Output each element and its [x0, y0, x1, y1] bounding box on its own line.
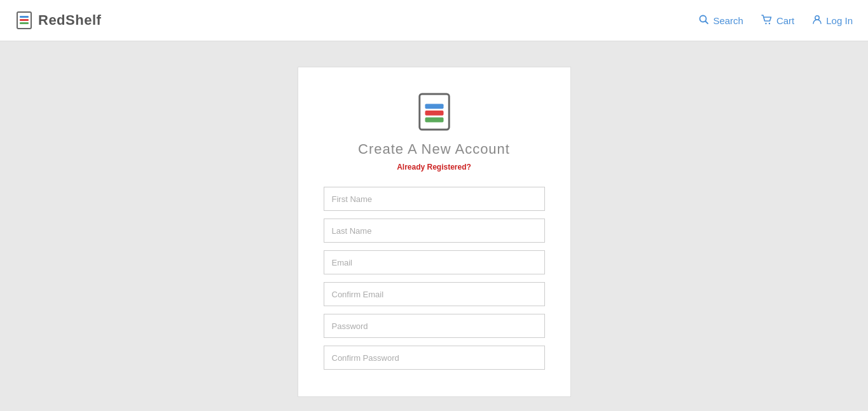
navbar-right: Search Cart Log In [699, 15, 853, 27]
search-nav-item[interactable]: Search [699, 15, 743, 27]
svg-rect-11 [425, 111, 443, 116]
main-content: Create A New Account Already Registered? [0, 41, 868, 411]
search-icon [699, 15, 709, 27]
password-group [324, 314, 545, 338]
cart-icon [761, 15, 773, 27]
registration-card: Create A New Account Already Registered? [298, 67, 571, 397]
confirm-email-input[interactable] [324, 282, 545, 306]
svg-rect-10 [425, 104, 443, 109]
user-icon [812, 15, 822, 27]
cart-label: Cart [776, 15, 794, 26]
login-nav-item[interactable]: Log In [812, 15, 853, 27]
registration-form [324, 187, 545, 370]
navbar: RedShelf Search Cart [0, 0, 868, 41]
confirm-email-group [324, 282, 545, 306]
brand-name: RedShelf [38, 12, 101, 29]
confirm-password-input[interactable] [324, 346, 545, 370]
svg-rect-12 [425, 118, 443, 123]
logo-icon [417, 93, 452, 131]
search-label: Search [713, 15, 743, 26]
password-input[interactable] [324, 314, 545, 338]
cart-nav-item[interactable]: Cart [761, 15, 794, 27]
first-name-group [324, 187, 545, 211]
svg-rect-3 [20, 22, 29, 24]
svg-rect-1 [20, 16, 29, 18]
email-group [324, 250, 545, 274]
already-registered-link[interactable]: Already Registered? [397, 163, 471, 172]
email-input[interactable] [324, 250, 545, 274]
first-name-input[interactable] [324, 187, 545, 211]
brand-icon [15, 11, 33, 29]
svg-rect-2 [20, 19, 29, 21]
last-name-input[interactable] [324, 219, 545, 243]
card-header: Create A New Account Already Registered? [324, 93, 545, 172]
svg-point-6 [765, 22, 766, 24]
svg-point-7 [769, 22, 770, 24]
svg-line-5 [706, 21, 708, 24]
confirm-password-group [324, 346, 545, 370]
last-name-group [324, 219, 545, 243]
card-title: Create A New Account [358, 141, 510, 158]
login-label: Log In [826, 15, 853, 26]
brand-logo[interactable]: RedShelf [15, 11, 101, 29]
